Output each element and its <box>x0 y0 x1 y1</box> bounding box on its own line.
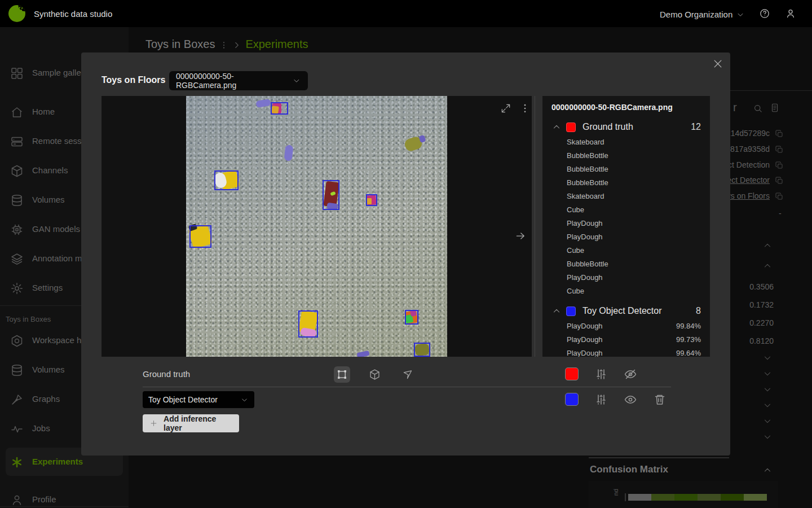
annotation-confidence: 99.84% <box>676 322 701 330</box>
annotation-list-item[interactable]: BubbleBottle <box>551 176 701 189</box>
detector-color-swatch[interactable] <box>565 393 579 406</box>
annotation-list-item[interactable]: Skateboard <box>551 189 701 203</box>
annotation-list-item[interactable]: PlayDough <box>551 216 701 230</box>
bounding-box <box>323 180 339 210</box>
chevron-down-icon <box>736 10 745 19</box>
annotation-class-label: BubbleBottle <box>567 260 608 268</box>
annotation-class-label: PlayDough <box>567 273 603 282</box>
image-select[interactable]: 0000000000-50-RGBCamera.png <box>169 71 308 90</box>
toy-object <box>284 144 294 161</box>
user-avatar-icon[interactable] <box>785 8 796 19</box>
add-inference-layer-button[interactable]: Add inference layer <box>143 414 239 432</box>
polygon-icon <box>401 369 413 380</box>
detector-select-value: Toy Object Detector <box>148 395 218 404</box>
annotation-class-label: PlayDough <box>567 335 603 344</box>
modal-title: Toys on Floors <box>102 75 165 85</box>
chevron-down-icon <box>240 396 249 404</box>
kebab-menu-icon[interactable] <box>519 103 531 114</box>
annotation-list-item[interactable]: PlayDough99.84% <box>551 319 701 332</box>
layer-color-swatch <box>566 122 576 132</box>
hide-layer-icon[interactable] <box>624 367 637 381</box>
layer-group-header[interactable]: Toy Object Detector8 <box>551 303 701 319</box>
annotation-list-item[interactable]: Skateboard <box>551 135 701 148</box>
bounding-box <box>271 102 288 115</box>
image-review-modal: Toys on Floors 0000000000-50-RGBCamera.p… <box>81 52 730 456</box>
annotation-list-item[interactable]: Cube <box>551 203 701 216</box>
org-selector[interactable]: Demo Organization <box>660 9 745 19</box>
viewer-panel-divider <box>535 96 535 357</box>
fullscreen-icon[interactable] <box>500 103 511 114</box>
app-title: Synthetic data studio <box>34 9 112 19</box>
bounding-box <box>298 310 318 338</box>
annotation-class-label: PlayDough <box>567 219 603 227</box>
annotation-class-label: Skateboard <box>567 192 604 200</box>
layer-settings-icon[interactable] <box>594 367 608 381</box>
help-icon[interactable] <box>759 8 770 19</box>
annotation-class-label: Cube <box>567 205 584 214</box>
polygon-tool-button[interactable] <box>399 366 416 383</box>
panel-filename: 0000000000-50-RGBCamera.png <box>551 103 701 112</box>
image-select-value: 0000000000-50-RGBCamera.png <box>176 72 292 90</box>
annotation-class-label: PlayDough <box>567 349 603 357</box>
show-layer-icon[interactable] <box>624 393 637 406</box>
collapse-chevron-icon[interactable] <box>551 306 562 316</box>
annotation-list-item[interactable]: BubbleBottle <box>551 148 701 162</box>
layer-settings-icon[interactable] <box>594 393 608 406</box>
detector-select[interactable]: Toy Object Detector <box>143 391 254 408</box>
annotation-class-label: Skateboard <box>567 138 604 146</box>
bounding-box <box>405 310 418 325</box>
cube-3d-icon <box>369 369 381 380</box>
layer-rows-divider <box>143 387 671 387</box>
chevron-down-icon <box>292 76 301 85</box>
delete-layer-icon[interactable] <box>653 393 667 406</box>
layer-group-name: Ground truth <box>582 122 686 132</box>
annotation-class-label: PlayDough <box>567 233 603 241</box>
annotation-list-item[interactable]: BubbleBottle <box>551 257 701 270</box>
close-icon[interactable] <box>712 58 723 69</box>
image-viewer <box>102 96 532 357</box>
annotation-list-item[interactable]: PlayDough <box>551 270 701 284</box>
toy-object <box>255 99 271 108</box>
bounding-box <box>366 194 377 206</box>
annotation-class-label: BubbleBottle <box>567 165 608 173</box>
annotations-panel: 0000000000-50-RGBCamera.png Ground truth… <box>542 96 710 357</box>
annotation-list-item[interactable]: Cube <box>551 243 701 257</box>
ground-truth-color-swatch[interactable] <box>565 367 579 380</box>
annotation-list-item[interactable]: BubbleBottle <box>551 162 701 176</box>
annotation-class-label: Cube <box>567 246 584 255</box>
annotation-list-item[interactable]: PlayDough99.64% <box>551 346 701 357</box>
next-image-arrow-icon[interactable] <box>515 230 526 242</box>
layer-group-header[interactable]: Ground truth12 <box>551 119 701 135</box>
layer-color-swatch <box>566 306 576 316</box>
bounding-box <box>414 343 430 357</box>
bbox-2d-tool-button[interactable] <box>334 366 350 383</box>
annotation-list-item[interactable]: PlayDough99.73% <box>551 332 701 346</box>
bbox-2d-icon <box>336 369 348 380</box>
annotation-list-item[interactable]: PlayDough <box>551 230 701 243</box>
collapse-chevron-icon[interactable] <box>551 122 562 132</box>
annotation-class-label: Cube <box>567 287 584 295</box>
screen: Toys in Boxes Experiments r 214d57289c98… <box>0 0 812 508</box>
bounding-box <box>214 170 239 190</box>
annotation-class-label: BubbleBottle <box>567 151 608 160</box>
annotated-image-canvas[interactable] <box>186 96 447 357</box>
app-logo-icon[interactable] <box>8 5 25 22</box>
plus-icon <box>149 419 158 428</box>
org-name: Demo Organization <box>660 10 732 19</box>
topbar: Synthetic data studio Demo Organization <box>0 0 812 27</box>
bounding-box <box>189 225 211 248</box>
layer-group-count: 12 <box>691 122 701 132</box>
layer-group-count: 8 <box>696 306 701 316</box>
annotation-class-label: BubbleBottle <box>567 178 608 187</box>
bbox-3d-tool-button[interactable] <box>367 366 383 383</box>
annotation-confidence: 99.73% <box>676 335 701 344</box>
layer-group-name: Toy Object Detector <box>582 306 691 316</box>
ground-truth-layer-label: Ground truth <box>143 369 190 379</box>
annotation-class-label: PlayDough <box>567 322 603 330</box>
annotation-confidence: 99.64% <box>676 349 701 357</box>
annotation-list-item[interactable]: Cube <box>551 284 701 297</box>
toy-object <box>356 351 369 357</box>
